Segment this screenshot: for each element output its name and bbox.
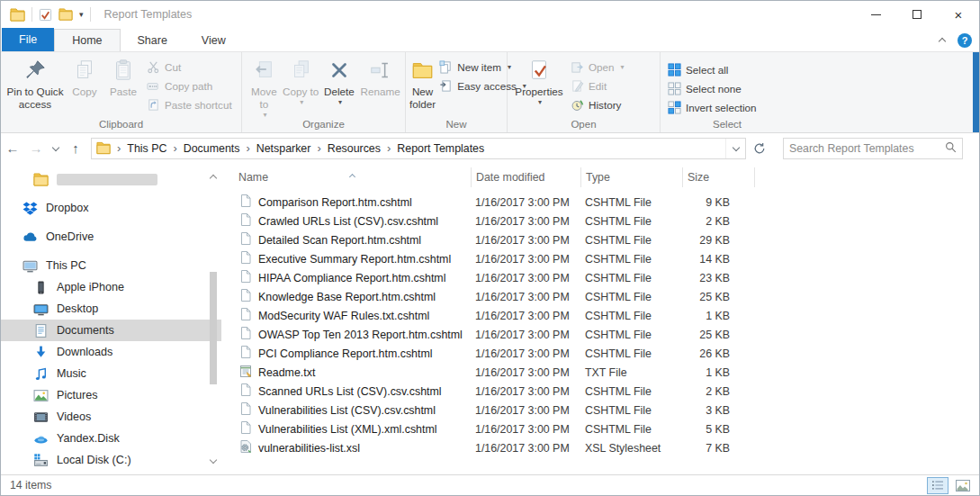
scroll-up-icon[interactable] bbox=[211, 171, 216, 184]
file-type: CSHTML File bbox=[580, 423, 682, 436]
file-row[interactable]: Executive Summary Report.htm.cshtml1/16/… bbox=[238, 249, 979, 268]
file-row[interactable]: Crawled URLs List (CSV).csv.cshtml1/16/2… bbox=[238, 212, 979, 230]
file-file-icon bbox=[238, 212, 253, 230]
sidebar-item-desktop[interactable]: Desktop bbox=[1, 298, 221, 320]
back-button[interactable]: ← bbox=[1, 140, 24, 156]
group-label-clipboard: Clipboard bbox=[1, 119, 241, 130]
file-row[interactable]: ModSecurity WAF Rules.txt.cshtml1/16/201… bbox=[238, 306, 979, 325]
sidebar-scrollbar[interactable] bbox=[207, 166, 220, 473]
address-bar[interactable]: ›This PC›Documents›Netsparker›Resources›… bbox=[91, 138, 746, 159]
sidebar-item-yandex-disk[interactable]: Yandex.Disk bbox=[1, 428, 221, 449]
file-name: Executive Summary Report.htm.cshtml bbox=[258, 253, 451, 266]
open-button[interactable]: Open▾ bbox=[567, 58, 628, 77]
large-icons-view-button[interactable] bbox=[952, 477, 974, 494]
column-header-size[interactable]: Size bbox=[682, 167, 755, 187]
tab-share[interactable]: Share bbox=[121, 30, 184, 51]
qat-customize-dropdown[interactable]: ▾ bbox=[79, 10, 84, 19]
sidebar-item-local-disk-c[interactable]: Local Disk (C:) bbox=[1, 449, 221, 471]
breadcrumb-item[interactable]: This PC bbox=[127, 142, 166, 155]
sidebar-item-pinned-folder[interactable] bbox=[1, 168, 221, 190]
file-row[interactable]: Vulnerabilities List (XML).xml.cshtml1/1… bbox=[238, 419, 979, 438]
sidebar-item-dropbox[interactable]: Dropbox bbox=[1, 197, 221, 219]
copy-to-button[interactable]: Copy to▾ bbox=[283, 55, 319, 107]
file-size: 5 KB bbox=[682, 423, 755, 436]
file-size: 29 KB bbox=[682, 234, 755, 247]
qat-properties-icon[interactable] bbox=[39, 8, 52, 22]
invert-selection-button[interactable]: Invert selection bbox=[664, 98, 760, 117]
select-all-button[interactable]: Select all bbox=[664, 60, 760, 79]
column-header-date-modified[interactable]: Date modified bbox=[471, 167, 580, 187]
file-row[interactable]: Detailed Scan Report.htm.cshtml1/16/2017… bbox=[238, 230, 979, 249]
file-type: CSHTML File bbox=[580, 385, 682, 398]
breadcrumb-item[interactable]: Report Templates bbox=[397, 142, 484, 155]
rename-button[interactable]: Rename bbox=[359, 55, 401, 98]
breadcrumb-item[interactable]: Documents bbox=[184, 142, 240, 155]
sidebar-item-videos[interactable]: Videos bbox=[1, 406, 221, 428]
search-input[interactable] bbox=[789, 142, 945, 155]
file-row[interactable]: Vulnerabilities List (CSV).csv.cshtml1/1… bbox=[238, 401, 979, 419]
sidebar-item-music[interactable]: Music bbox=[1, 363, 221, 384]
breadcrumb-item[interactable]: Resources bbox=[328, 142, 381, 155]
file-file-icon bbox=[238, 231, 253, 248]
file-row[interactable]: Comparison Report.htm.cshtml1/16/2017 3:… bbox=[238, 193, 979, 212]
search-icon[interactable] bbox=[945, 141, 957, 156]
copy-icon bbox=[73, 59, 96, 82]
sidebar-item-label: This PC bbox=[46, 259, 86, 272]
column-headers: Name Date modified Type Size bbox=[238, 167, 979, 187]
file-row[interactable]: Knowledge Base Report.htm.cshtml1/16/201… bbox=[238, 287, 979, 306]
maximize-button[interactable] bbox=[896, 1, 938, 28]
new-folder-button[interactable]: New folder bbox=[409, 55, 436, 111]
breadcrumb-item[interactable]: Netsparker bbox=[256, 142, 311, 155]
sidebar-item-apple-iphone[interactable]: Apple iPhone bbox=[1, 276, 221, 298]
address-dropdown-icon[interactable] bbox=[725, 139, 745, 158]
file-row[interactable]: vulnerabilities-list.xsl1/16/2017 3:00 P… bbox=[238, 438, 979, 457]
file-file-icon bbox=[238, 420, 253, 437]
recent-locations-dropdown[interactable] bbox=[48, 145, 64, 152]
paste-button[interactable]: Paste bbox=[103, 55, 143, 98]
file-row[interactable]: Scanned URLs List (CSV).csv.cshtml1/16/2… bbox=[238, 382, 979, 401]
forward-button[interactable]: → bbox=[24, 140, 48, 156]
history-button[interactable]: History bbox=[567, 95, 628, 114]
move-to-button[interactable]: Move to▾ bbox=[246, 55, 283, 120]
file-row[interactable]: Readme.txt1/16/2017 3:00 PMTXT File1 KB bbox=[238, 363, 979, 382]
minimize-button[interactable] bbox=[855, 1, 896, 28]
file-date-modified: 1/16/2017 3:00 PM bbox=[471, 442, 580, 455]
refresh-icon[interactable] bbox=[748, 142, 771, 155]
tab-view[interactable]: View bbox=[184, 30, 243, 51]
details-view-button[interactable] bbox=[927, 477, 949, 494]
file-size: 1 KB bbox=[682, 366, 755, 379]
edit-button[interactable]: Edit bbox=[567, 77, 628, 95]
file-type: CSHTML File bbox=[580, 347, 682, 360]
help-icon[interactable]: ? bbox=[958, 33, 972, 48]
tab-file[interactable]: File bbox=[2, 28, 54, 51]
scroll-down-icon[interactable] bbox=[211, 455, 216, 467]
file-date-modified: 1/16/2017 3:00 PM bbox=[471, 310, 580, 322]
properties-button[interactable]: Properties▾ bbox=[511, 55, 567, 107]
sidebar-item-pictures[interactable]: Pictures bbox=[1, 384, 221, 406]
group-label-organize: Organize bbox=[242, 119, 405, 130]
up-button[interactable]: ↑ bbox=[64, 140, 87, 156]
cut-button[interactable]: Cut bbox=[143, 58, 236, 77]
close-button[interactable]: × bbox=[938, 1, 979, 28]
file-row[interactable]: HIPAA Compliance Report.htm.cshtml1/16/2… bbox=[238, 268, 979, 287]
delete-button[interactable]: Delete▾ bbox=[319, 55, 360, 107]
file-row[interactable]: OWASP Top Ten 2013 Report.htm.cshtml1/16… bbox=[238, 325, 979, 344]
tab-home[interactable]: Home bbox=[54, 29, 120, 51]
column-header-type[interactable]: Type bbox=[580, 167, 682, 187]
sidebar-item-downloads[interactable]: Downloads bbox=[1, 341, 221, 363]
copy-path-button[interactable]: Copy path bbox=[143, 77, 236, 95]
file-row[interactable]: PCI Compliance Report.htm.cshtml1/16/201… bbox=[238, 344, 979, 363]
copy-button[interactable]: Copy bbox=[66, 55, 103, 98]
sidebar-item-onedrive[interactable]: OneDrive bbox=[1, 226, 221, 248]
pin-to-quick-access-button[interactable]: Pin to Quick access bbox=[4, 55, 66, 111]
ribbon-collapse-icon[interactable] bbox=[940, 34, 945, 47]
paste-shortcut-button[interactable]: Paste shortcut bbox=[143, 95, 236, 114]
column-header-name[interactable]: Name bbox=[238, 167, 471, 187]
scrollbar-thumb[interactable] bbox=[210, 272, 217, 384]
sidebar-item-this-pc[interactable]: This PC bbox=[1, 255, 221, 276]
delete-icon bbox=[328, 59, 351, 82]
qat-new-folder-icon[interactable] bbox=[58, 8, 73, 21]
sidebar-item-documents[interactable]: Documents bbox=[1, 320, 221, 341]
main-area: DropboxOneDriveThis PCApple iPhoneDeskto… bbox=[1, 164, 979, 474]
select-none-button[interactable]: Select none bbox=[664, 79, 760, 98]
